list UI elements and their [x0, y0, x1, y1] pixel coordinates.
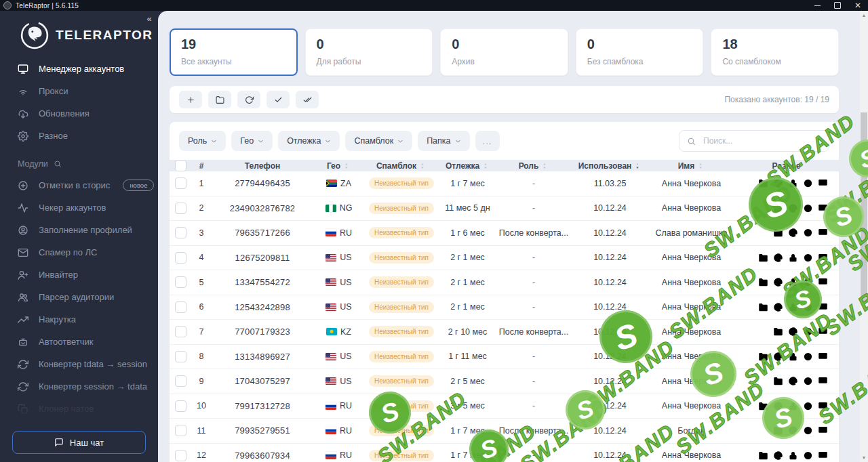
monitor-share-icon[interactable]: [818, 203, 828, 213]
info-icon[interactable]: [803, 228, 813, 238]
column-header-4[interactable]: Отлежка: [439, 160, 496, 171]
monitor-share-icon[interactable]: [818, 253, 828, 263]
maximize-button[interactable]: [827, 0, 848, 11]
module-item-0[interactable]: Отметки в сторисновое: [0, 174, 158, 196]
sort-icon[interactable]: [696, 162, 705, 170]
lock-icon[interactable]: [788, 178, 798, 188]
filter-button-2[interactable]: Отлежка: [278, 131, 340, 151]
at-icon[interactable]: [788, 425, 798, 436]
row-checkbox[interactable]: [175, 375, 186, 387]
sort-icon[interactable]: [418, 162, 427, 170]
sort-icon[interactable]: [633, 162, 642, 170]
monitor-share-icon[interactable]: [818, 327, 828, 337]
module-item-4[interactable]: Инвайтер: [0, 264, 158, 286]
check-double-button[interactable]: [296, 91, 319, 108]
info-icon[interactable]: [803, 327, 813, 337]
at-icon[interactable]: [773, 277, 783, 287]
row-checkbox[interactable]: [175, 351, 186, 362]
filter-button-1[interactable]: Гео: [231, 131, 273, 151]
module-item-6[interactable]: Накрутка: [0, 308, 158, 331]
lock-icon[interactable]: [788, 277, 798, 287]
row-checkbox[interactable]: [175, 400, 186, 412]
monitor-share-icon[interactable]: [818, 401, 828, 411]
monitor-share-icon[interactable]: [818, 277, 828, 287]
info-icon[interactable]: [803, 425, 813, 436]
at-icon[interactable]: [773, 302, 783, 312]
module-item-2[interactable]: Заполнение профилей: [0, 219, 158, 241]
vertical-scrollbar[interactable]: ▲ ▼: [860, 11, 868, 462]
stat-card-0[interactable]: 19Все аккаунты: [170, 28, 298, 76]
folder-icon[interactable]: [758, 178, 768, 188]
sidebar-item-0[interactable]: Менеджер аккаунтов: [0, 58, 158, 80]
info-icon[interactable]: [803, 376, 813, 386]
folder-icon[interactable]: [773, 203, 783, 213]
at-icon[interactable]: [773, 352, 783, 362]
stat-card-1[interactable]: 0Для работы: [305, 28, 433, 76]
folder-icon[interactable]: [773, 327, 783, 337]
lock-icon[interactable]: [788, 401, 798, 411]
lock-icon[interactable]: [788, 450, 798, 461]
stat-card-2[interactable]: 0Архив: [440, 28, 568, 76]
folder-button[interactable]: [208, 91, 231, 108]
module-item-1[interactable]: Чекер аккаунтов: [0, 196, 158, 219]
filter-button-4[interactable]: Папка: [418, 131, 469, 151]
check-button[interactable]: [267, 91, 290, 108]
at-icon[interactable]: [788, 203, 798, 213]
row-checkbox[interactable]: [175, 203, 186, 214]
module-item-7[interactable]: Автоответчик: [0, 331, 158, 353]
sidebar-item-3[interactable]: Разное: [0, 125, 158, 147]
monitor-share-icon[interactable]: [818, 376, 828, 386]
folder-icon[interactable]: [773, 376, 783, 386]
info-icon[interactable]: [803, 277, 813, 287]
at-icon[interactable]: [788, 376, 798, 386]
module-item-8[interactable]: Конвертер tdata → session: [0, 353, 158, 375]
sort-icon[interactable]: [342, 162, 351, 170]
plus-button[interactable]: [179, 91, 202, 108]
info-icon[interactable]: [803, 203, 813, 213]
sidebar-item-2[interactable]: Обновления: [0, 102, 158, 125]
lock-icon[interactable]: [788, 253, 798, 263]
sort-icon[interactable]: [540, 162, 549, 170]
row-checkbox[interactable]: [175, 326, 186, 337]
module-item-10[interactable]: Клонер чатов: [0, 398, 158, 420]
monitor-share-icon[interactable]: [818, 178, 828, 188]
sidebar-item-1[interactable]: Прокси: [0, 80, 158, 102]
folder-icon[interactable]: [773, 228, 783, 238]
scroll-down-icon[interactable]: ▼: [860, 453, 868, 462]
our-chat-button[interactable]: Наш чат: [12, 431, 146, 454]
lock-icon[interactable]: [788, 352, 798, 362]
search-modules-icon[interactable]: [54, 160, 62, 168]
monitor-share-icon[interactable]: [818, 450, 828, 461]
at-icon[interactable]: [773, 178, 783, 188]
info-icon[interactable]: [803, 352, 813, 362]
sidebar-collapse-button[interactable]: «: [140, 11, 158, 26]
refresh-button[interactable]: [237, 91, 260, 108]
sort-icon[interactable]: [481, 162, 490, 170]
row-checkbox[interactable]: [175, 276, 186, 288]
scroll-up-icon[interactable]: ▲: [860, 11, 868, 20]
module-item-3[interactable]: Спамер по ЛС: [0, 241, 158, 264]
monitor-share-icon[interactable]: [818, 425, 828, 436]
folder-icon[interactable]: [773, 425, 783, 436]
filter-button-0[interactable]: Роль: [179, 131, 226, 151]
select-all-checkbox[interactable]: [175, 160, 186, 171]
folder-icon[interactable]: [758, 401, 768, 411]
folder-icon[interactable]: [758, 352, 768, 362]
column-header-3[interactable]: Спамблок: [364, 160, 439, 171]
row-checkbox[interactable]: [175, 425, 186, 436]
info-icon[interactable]: [803, 178, 813, 188]
info-icon[interactable]: [803, 401, 813, 411]
stat-card-4[interactable]: 18Со спамблоком: [711, 28, 839, 76]
row-checkbox[interactable]: [175, 177, 186, 189]
at-icon[interactable]: [788, 228, 798, 238]
row-checkbox[interactable]: [175, 301, 186, 313]
column-header-2[interactable]: Гео: [313, 160, 364, 171]
more-filters-button[interactable]: ...: [475, 131, 500, 151]
module-item-9[interactable]: Конвертер session → tdata: [0, 375, 158, 398]
filter-button-3[interactable]: Спамблок: [345, 131, 412, 151]
monitor-share-icon[interactable]: [818, 302, 828, 312]
close-button[interactable]: ✕: [848, 0, 868, 11]
column-header-7[interactable]: Имя: [649, 160, 734, 171]
at-icon[interactable]: [788, 327, 798, 337]
info-icon[interactable]: [803, 302, 813, 312]
